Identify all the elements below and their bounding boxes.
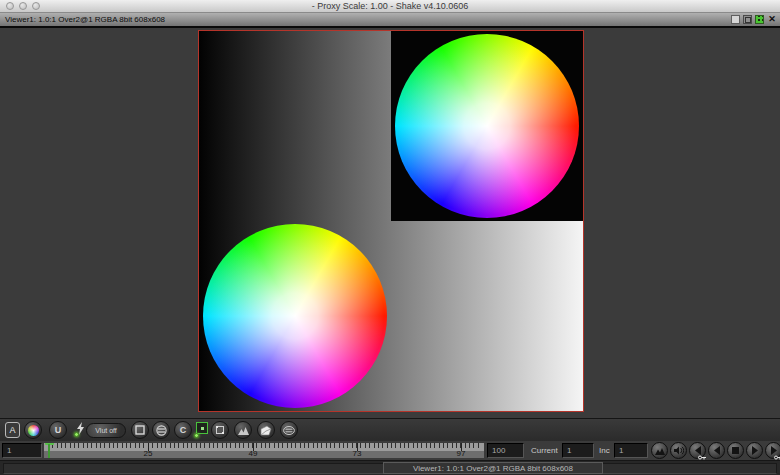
current-frame-field[interactable]: 1: [562, 443, 594, 458]
channel-view-button[interactable]: A: [5, 422, 20, 438]
speaker-icon: [674, 446, 684, 455]
mountains-icon: [238, 426, 249, 435]
ruler-tick-label: 73: [347, 449, 367, 458]
inc-label: Inc: [599, 443, 610, 458]
vlut-toggle-button[interactable]: Vlut off: [86, 423, 126, 438]
ruler-ticks: [48, 443, 480, 448]
roi-dot-icon: [201, 427, 204, 430]
play-backward-button[interactable]: [708, 442, 725, 459]
render-flipbook-button[interactable]: [257, 421, 275, 439]
triangle-left-icon: [694, 446, 702, 455]
flipbook-button[interactable]: [234, 421, 252, 439]
frame-icon: [135, 425, 145, 435]
playhead-stem: [48, 444, 50, 458]
current-label: Current: [531, 443, 558, 458]
triangle-right-icon: [770, 446, 778, 455]
update-mode-button[interactable]: C: [174, 421, 192, 439]
image-canvas[interactable]: [198, 30, 584, 412]
inc-field[interactable]: 1: [614, 443, 648, 458]
fit-image-button[interactable]: [131, 421, 149, 439]
ruler-tick-label: 25: [138, 449, 158, 458]
flipbook-play-button[interactable]: [651, 442, 668, 459]
dod-button[interactable]: [211, 421, 229, 439]
previous-keyframe-button[interactable]: [689, 442, 706, 459]
viewer-status-text: Viewer1: 1.0:1 Over2@1 RGBA 8bit 608x608: [383, 462, 603, 474]
time-bar: 1 25 49 73 97 100 Current 1 Inc 1: [0, 441, 780, 460]
window-title: - Proxy Scale: 1.00 - Shake v4.10.0606: [0, 0, 780, 12]
vlut-led: [74, 432, 79, 437]
color-wheel-top-right: [395, 34, 579, 218]
triangle-right-icon: [751, 446, 759, 455]
resize-viewer-icon[interactable]: [743, 15, 752, 24]
stop-square-icon: [732, 447, 739, 454]
stop-button[interactable]: [727, 442, 744, 459]
play-forward-button[interactable]: [746, 442, 763, 459]
update-button[interactable]: U: [49, 421, 67, 439]
audio-button[interactable]: [670, 442, 687, 459]
start-frame-field[interactable]: 1: [2, 443, 42, 458]
color-wheel-icon: [28, 425, 39, 436]
triangle-left-icon: [713, 446, 721, 455]
window-titlebar: - Proxy Scale: 1.00 - Shake v4.10.0606: [0, 0, 780, 13]
playhead[interactable]: [45, 443, 54, 458]
roi-toggle-button[interactable]: [196, 422, 208, 434]
ruler-lower-band: [44, 451, 484, 458]
mountains-icon: [655, 447, 665, 455]
viewer-tab-bar[interactable]: Viewer1: 1.0:1 Over2@1 RGBA 8bit 608x608…: [0, 13, 780, 28]
roi-led: [194, 433, 199, 438]
timeline-ruler[interactable]: 25 49 73 97: [44, 443, 484, 458]
ruler-tick-label: 49: [243, 449, 263, 458]
compare-buffers-button[interactable]: [152, 421, 170, 439]
next-keyframe-button[interactable]: [765, 442, 780, 459]
close-viewer-icon[interactable]: ✕: [767, 15, 777, 24]
page-arrow-icon: [260, 425, 272, 436]
monitor-lines-icon: [283, 426, 295, 435]
detach-viewer-icon[interactable]: [731, 15, 740, 24]
rgb-display-button[interactable]: [24, 421, 42, 439]
viewer-tab-label: Viewer1: 1.0:1 Over2@1 RGBA 8bit 608x608: [5, 13, 165, 26]
ruler-tick-label: 97: [451, 449, 471, 458]
compare-icon: [156, 425, 167, 436]
dod-icon: [215, 425, 225, 435]
color-wheel-bottom-left: [203, 224, 387, 408]
thumbnail-icon[interactable]: [755, 15, 764, 24]
end-frame-field[interactable]: 100: [487, 443, 524, 458]
status-bar: Viewer1: 1.0:1 Over2@1 RGBA 8bit 608x608: [0, 460, 780, 475]
viewer-toolbar: A U Vlut off C: [0, 418, 780, 441]
broadcast-monitor-button[interactable]: [280, 421, 298, 439]
viewer-viewport: [0, 28, 780, 418]
